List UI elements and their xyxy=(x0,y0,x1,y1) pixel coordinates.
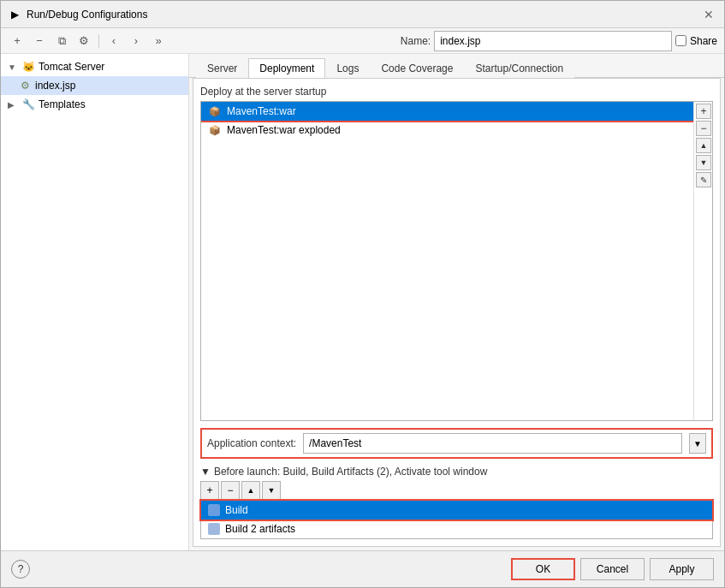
bl-item-build[interactable]: Build xyxy=(201,501,712,520)
title-bar: ▶ Run/Debug Configurations ✕ xyxy=(1,1,724,28)
more-button[interactable]: » xyxy=(149,32,168,50)
deploy-edit-button[interactable]: ✎ xyxy=(696,172,711,187)
dialog-title: Run/Debug Configurations xyxy=(27,9,700,21)
share-checkbox-area: Share xyxy=(675,35,717,47)
tab-code-coverage[interactable]: Code Coverage xyxy=(370,58,464,78)
bl-remove-button[interactable]: − xyxy=(221,481,240,500)
templates-expand-icon: ▶ xyxy=(8,100,18,110)
apply-button[interactable]: Apply xyxy=(650,558,714,580)
deploy-list: 📦 MavenTest:war 📦 MavenTest:war exploded xyxy=(201,102,693,420)
cancel-button[interactable]: Cancel xyxy=(580,558,645,580)
build2-icon xyxy=(208,523,220,535)
tab-deployment[interactable]: Deployment xyxy=(248,58,325,78)
dialog-icon: ▶ xyxy=(8,8,21,21)
wrench-icon: 🔧 xyxy=(21,98,35,111)
tab-startup-connection[interactable]: Startup/Connection xyxy=(464,58,574,78)
sidebar-item-indexjsp[interactable]: ⚙ index.jsp xyxy=(1,76,188,95)
add-config-button[interactable]: + xyxy=(8,32,27,50)
deploy-section-label: Deploy at the server startup xyxy=(200,86,713,98)
tab-server[interactable]: Server xyxy=(196,58,248,78)
sidebar-item-tomcat[interactable]: ▼ 🐱 Tomcat Server xyxy=(1,57,188,76)
config-icon: ⚙ xyxy=(18,79,32,92)
main-area: ▼ 🐱 Tomcat Server ⚙ index.jsp ▶ 🔧 Templa… xyxy=(1,54,724,550)
deploy-item-war-label: MavenTest:war xyxy=(227,105,296,117)
app-context-row: Application context: ▼ xyxy=(200,428,713,459)
before-launch-collapse-icon: ▼ xyxy=(200,466,211,478)
deploy-item-war[interactable]: 📦 MavenTest:war xyxy=(201,102,693,121)
copy-config-button[interactable]: ⧉ xyxy=(52,32,71,50)
close-button[interactable]: ✕ xyxy=(700,6,717,23)
toolbar-separator xyxy=(98,34,99,48)
deploy-remove-button[interactable]: − xyxy=(696,121,711,136)
expand-icon: ▼ xyxy=(8,62,18,72)
tomcat-icon: 🐱 xyxy=(21,60,35,74)
run-debug-dialog: ▶ Run/Debug Configurations ✕ + − ⧉ ⚙ ‹ ›… xyxy=(0,0,725,588)
deploy-item-war-exploded-label: MavenTest:war exploded xyxy=(227,124,341,136)
deploy-list-buttons: + − ▲ ▼ ✎ xyxy=(693,102,712,420)
deploy-list-container: 📦 MavenTest:war 📦 MavenTest:war exploded… xyxy=(200,101,713,421)
name-label: Name: xyxy=(401,35,431,47)
nav-next-button[interactable]: › xyxy=(127,32,146,50)
configuration-toolbar: + − ⧉ ⚙ ‹ › » Name: Share xyxy=(1,28,724,54)
bl-down-button[interactable]: ▼ xyxy=(262,481,281,500)
bl-up-button[interactable]: ▲ xyxy=(241,481,260,500)
sidebar-indexjsp-label: index.jsp xyxy=(35,80,75,92)
share-label: Share xyxy=(690,35,717,47)
ok-button[interactable]: OK xyxy=(511,558,575,580)
sidebar: ▼ 🐱 Tomcat Server ⚙ index.jsp ▶ 🔧 Templa… xyxy=(1,54,189,550)
tab-logs[interactable]: Logs xyxy=(325,58,370,78)
sidebar-templates-label: Templates xyxy=(39,98,86,110)
content-area: Server Deployment Logs Code Coverage Sta… xyxy=(189,54,724,550)
sidebar-tomcat-label: Tomcat Server xyxy=(39,61,104,73)
deploy-item-war-exploded[interactable]: 📦 MavenTest:war exploded xyxy=(201,121,693,140)
war-exploded-icon: 📦 xyxy=(208,123,222,137)
before-launch-section: ▼ Before launch: Build, Build Artifacts … xyxy=(200,466,713,539)
remove-config-button[interactable]: − xyxy=(30,32,49,50)
deploy-section: Deploy at the server startup 📦 MavenTest… xyxy=(200,86,713,459)
war-icon: 📦 xyxy=(208,104,222,118)
app-context-label: Application context: xyxy=(207,437,296,449)
bl-item-build2[interactable]: Build 2 artifacts xyxy=(201,520,712,538)
bl-item-build-label: Build xyxy=(225,504,248,516)
build-icon xyxy=(208,504,220,516)
name-input[interactable] xyxy=(434,31,672,51)
share-checkbox[interactable] xyxy=(675,35,686,46)
tab-content-deployment: Deploy at the server startup 📦 MavenTest… xyxy=(193,78,721,547)
deploy-add-button[interactable]: + xyxy=(696,104,711,119)
help-button[interactable]: ? xyxy=(11,560,30,579)
bl-add-button[interactable]: + xyxy=(200,481,219,500)
sidebar-item-templates[interactable]: ▶ 🔧 Templates xyxy=(1,95,188,114)
bl-item-build2-label: Build 2 artifacts xyxy=(225,523,295,535)
nav-prev-button[interactable]: ‹ xyxy=(104,32,123,50)
app-context-input[interactable] xyxy=(303,433,682,454)
deploy-down-button[interactable]: ▼ xyxy=(696,155,711,170)
tab-bar: Server Deployment Logs Code Coverage Sta… xyxy=(189,54,724,78)
before-launch-list: Build Build 2 artifacts xyxy=(200,500,713,539)
bottom-bar: ? OK Cancel Apply xyxy=(1,550,724,587)
deploy-up-button[interactable]: ▲ xyxy=(696,138,711,153)
settings-button[interactable]: ⚙ xyxy=(74,32,93,50)
before-launch-toolbar: + − ▲ ▼ xyxy=(200,481,713,500)
before-launch-header[interactable]: ▼ Before launch: Build, Build Artifacts … xyxy=(200,466,713,478)
app-context-dropdown[interactable]: ▼ xyxy=(689,433,706,454)
before-launch-label: Before launch: Build, Build Artifacts (2… xyxy=(214,466,488,478)
